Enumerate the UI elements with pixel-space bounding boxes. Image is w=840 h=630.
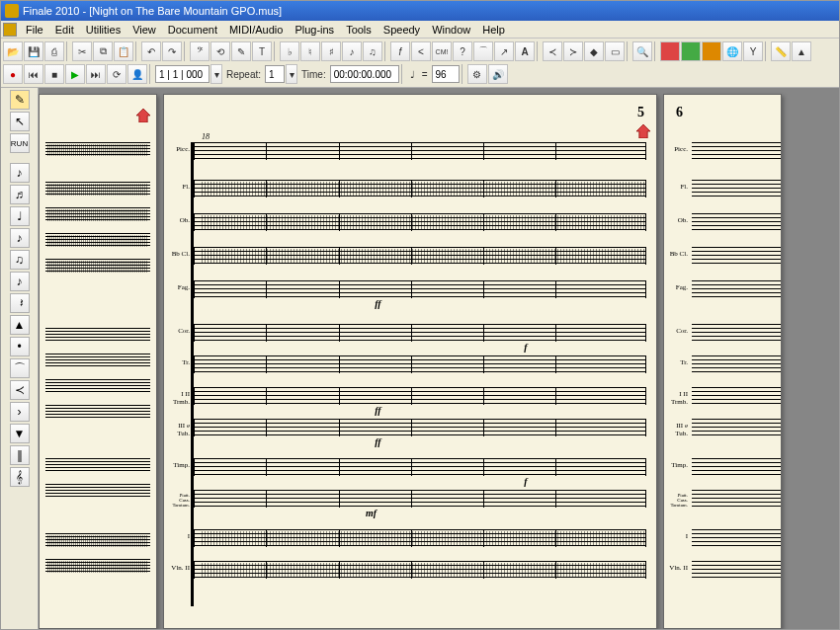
staff-picc[interactable]: Picc. (692, 142, 781, 160)
palette-arrow-icon[interactable]: ↖ (10, 112, 30, 131)
menu-plugins[interactable]: Plug-ins (289, 23, 340, 37)
fast-forward-button[interactable]: ⏭ (86, 64, 106, 84)
menu-utilities[interactable]: Utilities (80, 23, 126, 37)
menu-window[interactable]: Window (426, 23, 476, 37)
palette-up-icon[interactable]: ▲ (10, 315, 30, 335)
doc-control-icon[interactable] (3, 23, 17, 37)
menu-help[interactable]: Help (476, 23, 511, 37)
score-page-right[interactable]: 6 Picc. Fl. Ob. Bb Cl. Fag. Cor. Tr. (663, 94, 782, 629)
menu-midi-audio[interactable]: MIDI/Audio (223, 23, 289, 37)
cmi-tool-icon[interactable]: CM! (432, 41, 452, 61)
staff-ob[interactable]: Ob. (194, 213, 646, 231)
palette-rest-icon[interactable]: RUN (10, 133, 30, 153)
palette-bullet-icon[interactable]: • (10, 337, 30, 356)
staff-trmb12[interactable]: I II Trmb. (692, 387, 781, 405)
palette-note-6-icon[interactable]: ♪ (10, 272, 30, 291)
sharp-icon[interactable]: ♯ (321, 41, 341, 61)
save-button[interactable]: 💾 (24, 41, 43, 61)
staff-fag[interactable]: Fag. (692, 280, 781, 298)
globe-icon[interactable]: 🌐 (722, 41, 742, 61)
palette-quarter-icon[interactable]: ♩ (10, 206, 30, 226)
stop-button[interactable]: ■ (44, 64, 64, 84)
speaker-icon[interactable]: 🔊 (488, 64, 508, 84)
color-red-icon[interactable] (660, 41, 680, 61)
repeat-field[interactable]: 1 (265, 65, 285, 83)
color-green-icon[interactable] (681, 41, 701, 61)
menu-edit[interactable]: Edit (49, 23, 80, 37)
staff-picc[interactable]: Picc. (194, 142, 646, 160)
score-page-left[interactable] (39, 94, 157, 629)
staff-perc[interactable]: Piatt. Cass. Tamtam. mf (194, 490, 646, 508)
repeat-house-icon[interactable] (636, 124, 650, 138)
repeat-house-icon[interactable] (136, 109, 150, 122)
palette-cresc-icon[interactable]: ≺ (10, 380, 30, 400)
score-canvas[interactable]: 5 18 Picc. Fl. (39, 88, 839, 629)
palette-tie-icon[interactable]: ⌒ (10, 358, 30, 378)
staff-cor[interactable]: Cor. f (194, 324, 646, 342)
palette-note-5-icon[interactable]: ♫ (10, 250, 30, 270)
flat-icon[interactable]: ♭ (280, 41, 299, 61)
rewind-button[interactable]: ⏮ (24, 64, 43, 84)
undo-button[interactable]: ↶ (141, 41, 161, 61)
palette-rest-1-icon[interactable]: 𝄽 (10, 293, 30, 313)
staff-timp[interactable]: Timp. f (194, 458, 646, 476)
cresc-tool-icon[interactable]: < (411, 41, 431, 61)
counter-dropdown-icon[interactable]: ▾ (210, 64, 222, 84)
palette-note-4-icon[interactable]: ♪ (10, 228, 30, 248)
menu-file[interactable]: File (20, 23, 49, 37)
playback-settings-icon[interactable]: ⚙ (467, 64, 487, 84)
note-tool-2-icon[interactable]: ♫ (363, 41, 382, 61)
cresc-hairpin-icon[interactable]: ≺ (543, 41, 562, 61)
select-tool-icon[interactable]: ▭ (605, 41, 625, 61)
staff-fl[interactable]: Fl. (194, 180, 646, 197)
staff-trmb3[interactable]: III e Tub. (692, 419, 781, 436)
staff-vln2[interactable]: Vln. II (194, 561, 646, 579)
redo-button[interactable]: ↷ (162, 41, 182, 61)
color-orange-icon[interactable] (702, 41, 721, 61)
slur-tool-icon[interactable]: ⌒ (473, 41, 493, 61)
staff-tr[interactable]: Tr. (194, 355, 646, 373)
staff-vln2[interactable]: Vln. II (692, 561, 781, 579)
repeat-dropdown-icon[interactable]: ▾ (286, 64, 297, 84)
print-button[interactable]: ⎙ (44, 41, 64, 61)
staff-tr[interactable]: Tr. (692, 355, 781, 373)
human-playback-icon[interactable]: 👤 (127, 64, 147, 84)
palette-select-icon[interactable]: ✎ (10, 90, 30, 110)
zoom-tool-icon[interactable]: 🔍 (632, 41, 652, 61)
staff-fag[interactable]: Fag. ff (194, 280, 646, 298)
text-tool-icon[interactable]: T (252, 41, 272, 61)
palette-accent-icon[interactable]: › (10, 402, 30, 422)
palette-clef-icon[interactable]: 𝄞 (10, 467, 30, 487)
counter-field[interactable]: 1 | 1 | 000 (155, 65, 210, 83)
staff-cor[interactable]: Cor. (692, 324, 781, 342)
palette-dn-icon[interactable]: ▼ (10, 424, 30, 443)
annotation-tool-icon[interactable]: ✎ (231, 41, 251, 61)
staff-trmb12[interactable]: I II Trmb. ff (194, 387, 646, 405)
menu-document[interactable]: Document (162, 23, 223, 37)
palette-bar-icon[interactable]: ‖ (10, 445, 30, 465)
tuning-fork-icon[interactable]: Y (743, 41, 763, 61)
natural-icon[interactable]: ♮ (300, 41, 320, 61)
staff-perc[interactable]: Piatt. Cass. Tamtam. (692, 490, 781, 508)
record-button[interactable]: ● (3, 64, 23, 84)
metronome-icon[interactable]: ▲ (792, 41, 811, 61)
repeat-tool-icon[interactable]: ⟲ (210, 41, 230, 61)
cut-button[interactable]: ✂ (72, 41, 92, 61)
staff-vln1[interactable]: I (692, 529, 781, 547)
marker-icon[interactable]: ◆ (584, 41, 604, 61)
dynamics-tool-icon[interactable]: f (390, 41, 410, 61)
arrow-tool-icon[interactable]: ↗ (494, 41, 514, 61)
menu-view[interactable]: View (126, 23, 162, 37)
palette-sixteenth-icon[interactable]: ♬ (10, 185, 30, 204)
staff-vln1[interactable]: I (194, 529, 646, 547)
score-page-main[interactable]: 5 18 Picc. Fl. (163, 94, 657, 629)
menu-tools[interactable]: Tools (340, 23, 378, 37)
help-tool-icon[interactable]: ? (453, 41, 472, 61)
copy-button[interactable]: ⧉ (93, 41, 113, 61)
staff-cl[interactable]: Bb Cl. (692, 247, 781, 265)
time-field[interactable]: 00:00:00.000 (330, 65, 399, 83)
open-button[interactable]: 📂 (3, 41, 23, 61)
tempo-field[interactable]: 96 (432, 65, 460, 83)
note-tool-icon[interactable]: ♪ (342, 41, 362, 61)
paste-button[interactable]: 📋 (114, 41, 133, 61)
